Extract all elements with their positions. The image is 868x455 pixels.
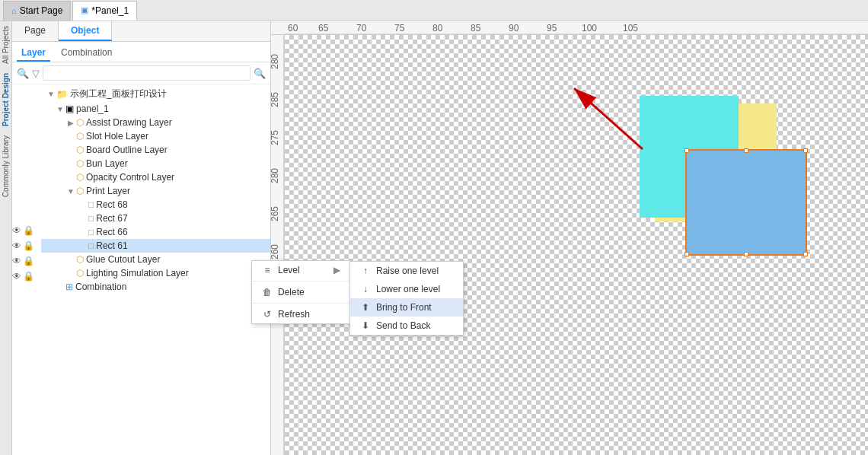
- context-menu-delete[interactable]: 🗑 Delete: [252, 283, 349, 301]
- submenu-lower[interactable]: ↓ Lower one level: [350, 280, 463, 298]
- submenu-level: ↑ Raise one level ↓ Lower one level ⬆ Br…: [349, 261, 464, 336]
- tree-assist-drawing[interactable]: ▶ ⬡ Assist Drawing Layer: [41, 116, 270, 129]
- tree-root[interactable]: ▼ 📁 示例工程_面板打印设计: [41, 86, 270, 102]
- layer-icon-assist: ⬡: [76, 117, 84, 128]
- sub-tab-layer[interactable]: Layer: [17, 45, 50, 62]
- ruler-horizontal: 60 65 70 75 80 85 90 95 100 105: [271, 21, 868, 35]
- glue-label: Glue Cutout Layer: [86, 254, 160, 265]
- top-tab-bar: ⌂ Start Page ▣ *Panel_1: [0, 0, 868, 21]
- canvas-background: [285, 35, 868, 455]
- sidebar-item-all-projects[interactable]: All Projects: [0, 21, 11, 68]
- panel-1-tree-label: panel_1: [76, 103, 109, 114]
- tree-combination[interactable]: ⊞ Combination: [41, 280, 270, 294]
- tab-object[interactable]: Object: [59, 21, 112, 41]
- eye-rect67[interactable]: 👁: [12, 240, 21, 251]
- lock-rect61[interactable]: 🔒: [23, 271, 34, 282]
- handle-tr[interactable]: [803, 148, 808, 153]
- submenu-bring-to-front[interactable]: ⬆ Bring to Front: [350, 298, 463, 317]
- rect-icon-68: □: [88, 199, 94, 210]
- sidebar-item-commonly-library[interactable]: Commonly Library: [0, 131, 11, 202]
- board-label: Board Outline Layer: [86, 145, 168, 155]
- tab-page[interactable]: Page: [12, 21, 59, 41]
- tab-panel-1[interactable]: ▣ *Panel_1: [72, 1, 137, 21]
- layer-icon-glue: ⬡: [76, 254, 84, 265]
- combination-icon: ⊞: [65, 282, 73, 292]
- refresh-label: Refresh: [278, 309, 310, 320]
- handle-bl[interactable]: [685, 252, 689, 256]
- ctrl-row-rect68: 👁 🔒: [12, 223, 41, 238]
- sub-tab-combination[interactable]: Combination: [56, 45, 116, 62]
- tree-glue-cutout[interactable]: ⬡ Glue Cutout Layer: [41, 253, 270, 266]
- context-menu-level[interactable]: ≡ Level ▶ ↑ Raise one level ↓ Lower one …: [252, 261, 349, 279]
- folder-icon: 📁: [56, 89, 68, 100]
- tree-rect67[interactable]: □ Rect 67: [41, 212, 270, 225]
- svg-text:95: 95: [547, 23, 557, 33]
- context-divider-2: [252, 303, 349, 304]
- svg-text:285: 285: [271, 92, 280, 107]
- ruler-v-svg: 280 285 275 280 265 260: [271, 35, 285, 455]
- handle-br[interactable]: [803, 252, 808, 256]
- tab-start-page[interactable]: ⌂ Start Page: [3, 1, 71, 21]
- ctrl-spacer-4: [12, 132, 41, 147]
- eye-rect68[interactable]: 👁: [12, 225, 21, 236]
- tree-panel: 👁 🔒 👁 🔒 👁 🔒 👁 🔒: [12, 84, 270, 455]
- left-sidebar: All Projects Project Design Commonly Lib…: [0, 21, 12, 455]
- layer-icon-opacity: ⬡: [76, 172, 84, 183]
- handle-bm[interactable]: [744, 252, 748, 256]
- tree-board-outline[interactable]: ⬡ Board Outline Layer: [41, 143, 270, 157]
- bring-front-label: Bring to Front: [376, 302, 432, 313]
- sidebar-item-project-design[interactable]: Project Design: [0, 68, 11, 131]
- eye-rect61[interactable]: 👁: [12, 271, 21, 282]
- canvas-shapes-group: [640, 96, 807, 248]
- expander-panel1[interactable]: ▼: [55, 105, 65, 113]
- submenu-send-to-back[interactable]: ⬇ Send to Back: [350, 317, 463, 335]
- svg-text:60: 60: [288, 23, 298, 33]
- ctrl-row-rect66: 👁 🔒: [12, 253, 41, 269]
- delete-icon: 🗑: [261, 287, 273, 298]
- tree-print[interactable]: ▼ ⬡ Print Layer: [41, 184, 270, 198]
- svg-text:65: 65: [318, 23, 329, 33]
- expander-root[interactable]: ▼: [46, 90, 56, 98]
- tree-opacity[interactable]: ⬡ Opacity Control Layer: [41, 170, 270, 184]
- lower-icon: ↓: [359, 284, 372, 294]
- expander-print[interactable]: ▼: [65, 187, 76, 196]
- expander-assist[interactable]: ▶: [65, 119, 76, 127]
- lock-rect68[interactable]: 🔒: [23, 225, 34, 236]
- panel-tree-icon: ▣: [65, 103, 74, 114]
- submenu-raise[interactable]: ↑ Raise one level: [350, 262, 463, 280]
- tree-rect61[interactable]: □ Rect 61: [41, 239, 270, 253]
- canvas-area[interactable]: 60 65 70 75 80 85 90 95 100 105 280 285 …: [271, 21, 868, 455]
- search-input[interactable]: [43, 65, 251, 81]
- tree-panel-1[interactable]: ▼ ▣ panel_1: [41, 102, 270, 116]
- level-icon: ≡: [261, 265, 273, 275]
- ctrl-spacer-3: [12, 116, 41, 132]
- raise-icon: ↑: [359, 266, 372, 276]
- start-page-label: Start Page: [20, 5, 63, 16]
- ctrl-spacer-2: [12, 101, 41, 116]
- lock-rect66[interactable]: 🔒: [23, 256, 34, 266]
- context-menu-refresh[interactable]: ↺ Refresh: [252, 305, 349, 323]
- left-panel: Page Object Layer Combination 🔍 ▽ 🔍: [12, 21, 271, 455]
- search-submit-icon[interactable]: 🔍: [254, 68, 266, 79]
- sub-tabs: Layer Combination: [12, 42, 270, 62]
- send-back-icon: ⬇: [359, 320, 372, 331]
- tree-slot-hole[interactable]: ⬡ Slot Hole Layer: [41, 129, 270, 143]
- tree-lighting[interactable]: ⬡ Lighting Simulation Layer: [41, 266, 270, 280]
- lower-label: Lower one level: [376, 284, 440, 294]
- raise-label: Raise one level: [376, 266, 439, 276]
- ctrl-spacer-5: [12, 147, 41, 162]
- tree-rect66[interactable]: □ Rect 66: [41, 225, 270, 239]
- panel-top-tabs: Page Object: [12, 21, 270, 42]
- lock-rect67[interactable]: 🔒: [23, 240, 34, 251]
- print-label: Print Layer: [86, 186, 130, 196]
- handle-tl[interactable]: [685, 148, 689, 153]
- svg-text:265: 265: [271, 206, 280, 221]
- filter-icon[interactable]: ▽: [32, 68, 40, 79]
- eye-rect66[interactable]: 👁: [12, 256, 21, 266]
- svg-text:70: 70: [356, 23, 367, 33]
- svg-text:90: 90: [509, 23, 519, 33]
- level-arrow: ▶: [333, 265, 340, 275]
- tree-bun[interactable]: ⬡ Bun Layer: [41, 157, 270, 170]
- tree-rect68[interactable]: □ Rect 68: [41, 198, 270, 212]
- handle-tm[interactable]: [744, 148, 748, 153]
